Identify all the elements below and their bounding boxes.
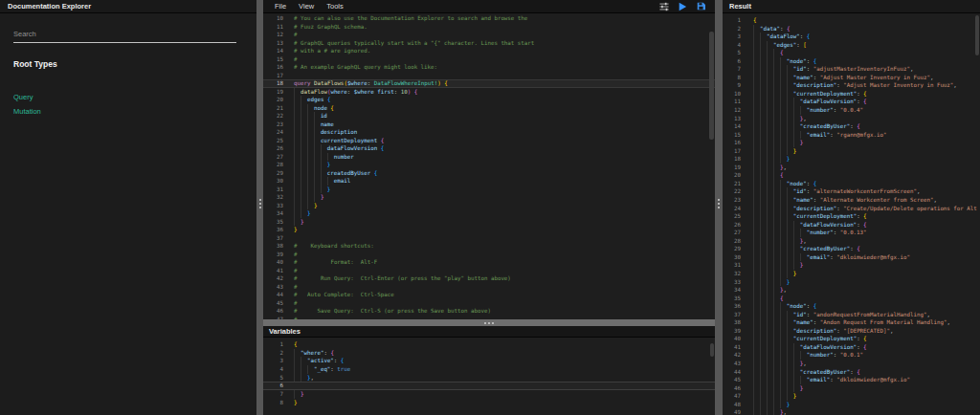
root-type-query-link[interactable]: Query: [13, 93, 33, 101]
query-editor-panel: File View Tools: [263, 0, 715, 415]
save-query-button[interactable]: [696, 2, 705, 11]
code-line: 12"number": "0.0.4": [723, 106, 980, 115]
line-number: 32: [723, 270, 741, 278]
code-line: 13# GraphQL queries typically start with…: [263, 39, 715, 48]
line-number: 8: [723, 74, 741, 82]
line-number: 32: [263, 193, 283, 202]
code-line: 1{: [263, 340, 715, 349]
play-icon: [678, 2, 687, 11]
line-number: 30: [723, 253, 741, 262]
code-line: 42"number": "0.0.1": [723, 351, 980, 360]
code-line: 38"name": "Andon Request From Material H…: [723, 318, 980, 327]
editor-toolbar: [659, 2, 715, 11]
variables-title: Variables: [269, 327, 301, 336]
root-type-mutation-link[interactable]: Mutation: [13, 107, 41, 116]
search-input[interactable]: [13, 30, 236, 43]
line-number: 16: [723, 139, 741, 147]
line-number: 12: [723, 106, 741, 115]
line-number: 41: [263, 267, 283, 275]
save-icon: [697, 2, 705, 11]
line-number: 25: [723, 212, 741, 221]
code-line: 26dataFlowVersion {: [263, 144, 715, 153]
menu-tools[interactable]: Tools: [326, 2, 344, 11]
line-number: 35: [723, 295, 741, 303]
code-line: 10# You can also use the Documentation E…: [263, 14, 715, 23]
code-line: 2"where": {: [263, 349, 715, 358]
code-line: 3"dataFlow": {: [723, 33, 980, 41]
code-line: 45"email": "dkloimwieder@mfgx.io": [723, 376, 980, 384]
line-number: 9: [723, 81, 741, 90]
query-editor[interactable]: 10# You can also use the Documentation E…: [263, 12, 715, 321]
code-line: 37: [263, 234, 715, 243]
code-line: 35}: [263, 218, 715, 227]
line-number: 2: [263, 349, 283, 358]
line-number: 34: [263, 209, 283, 218]
line-number: 22: [263, 112, 283, 120]
line-number: 36: [263, 226, 283, 234]
line-number: 11: [263, 23, 283, 32]
root-types-heading: Root Types: [13, 59, 57, 69]
variables-header: Variables: [263, 326, 721, 338]
menu-file[interactable]: File: [275, 2, 286, 11]
code-line: 40"currentDeployment": {: [723, 335, 980, 343]
code-line: 30email: [263, 177, 715, 186]
code-line: 12#: [263, 31, 715, 39]
code-line: 39"description": "[DEPRECATED]",: [723, 327, 980, 336]
code-line: 10"currentDeployment": {: [723, 90, 980, 98]
code-line: 15"email": "rgann@mfgx.io": [723, 131, 980, 140]
result-output[interactable]: 1{2"data": {3"dataFlow": {4"edges": [5{6…: [723, 12, 980, 415]
variables-editor[interactable]: 1{2"where": {3"active": {4"_eq": true5},…: [263, 338, 715, 415]
panel-divider-right[interactable]: [715, 0, 723, 415]
doc-explorer-header: Documentation Explorer: [0, 0, 256, 13]
panel-divider-left[interactable]: [256, 0, 263, 415]
line-number: 35: [263, 218, 283, 227]
drag-handle-icon[interactable]: [484, 322, 494, 324]
code-line: 33}: [723, 278, 980, 287]
variables-divider[interactable]: [263, 319, 715, 326]
menu-view[interactable]: View: [299, 2, 314, 11]
query-editor-scrollbar[interactable]: [709, 32, 714, 140]
run-query-button[interactable]: [678, 2, 687, 11]
code-line: 5{: [723, 49, 980, 57]
line-number: 6: [723, 57, 741, 66]
code-line: 16# An example GraphQL query might look …: [263, 63, 715, 72]
line-number: 17: [723, 147, 741, 156]
code-line: 44# Auto Complete: Ctrl-Space: [263, 291, 715, 299]
line-number: 1: [723, 16, 741, 25]
line-number: 5: [263, 374, 283, 382]
code-line: 7"id": "adjustMasterInventoryInFuuz",: [723, 65, 980, 74]
code-line: 6"node": {: [723, 57, 980, 66]
code-line: 45#: [263, 299, 715, 308]
code-line: 38# Keyboard shortcuts:: [263, 242, 715, 251]
line-number: 30: [263, 177, 283, 186]
line-number: 2: [723, 25, 741, 33]
doc-explorer-title: Documentation Explorer: [8, 2, 91, 11]
line-number: 38: [723, 318, 741, 327]
line-number: 49: [723, 408, 741, 415]
settings-sliders-icon[interactable]: [659, 2, 669, 11]
settings-sliders-glyph: [659, 2, 669, 11]
line-number: 37: [263, 234, 283, 243]
result-scrollbar[interactable]: [975, 15, 979, 55]
code-line: 23"name": "Alternate Workcenter from Scr…: [723, 196, 980, 205]
line-number: 46: [723, 384, 741, 393]
code-line: 20edges {: [263, 96, 715, 104]
line-number: 19: [263, 88, 283, 97]
variables-scrollbar[interactable]: [710, 343, 714, 357]
line-number: 15: [263, 55, 283, 64]
code-line: 31}: [723, 261, 980, 270]
drag-handle-icon[interactable]: [259, 199, 261, 208]
drag-handle-icon[interactable]: [718, 199, 720, 208]
code-line: 49},: [723, 408, 980, 415]
line-number: 40: [723, 335, 741, 343]
line-number: 21: [723, 180, 741, 188]
code-line: 34}: [263, 209, 715, 218]
code-line: 33}: [263, 202, 715, 210]
line-number: 42: [263, 274, 283, 283]
code-line: 27"number": "0.0.13": [723, 229, 980, 237]
line-number: 42: [723, 351, 741, 360]
line-number: 8: [263, 399, 283, 407]
line-number: 26: [723, 221, 741, 229]
line-number: 10: [723, 90, 741, 98]
code-line: 35{: [723, 295, 980, 303]
